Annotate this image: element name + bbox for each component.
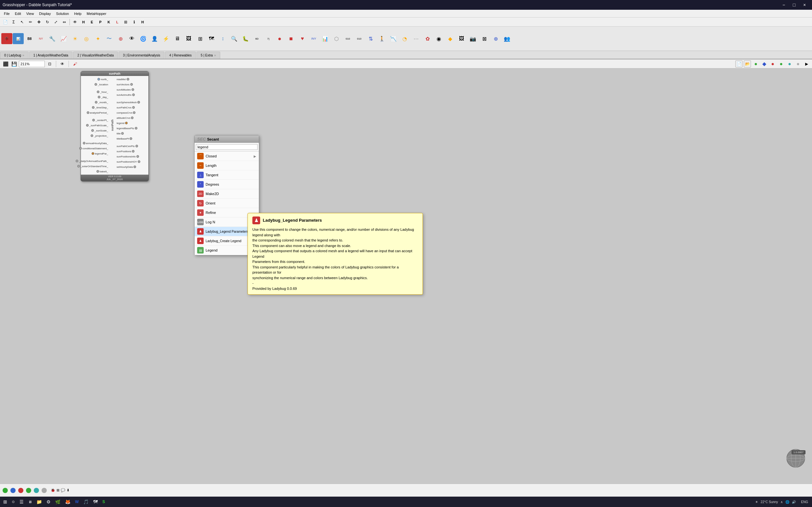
output-title[interactable]: title — [115, 131, 125, 136]
icon-dots[interactable]: ⋯ — [411, 33, 421, 44]
output-titlebasept[interactable]: titleBasePt — [115, 136, 134, 141]
icon-bug[interactable]: 🐛 — [240, 33, 251, 44]
menu-solution[interactable]: Solution — [53, 10, 71, 17]
icon-pie[interactable]: ◔ — [399, 33, 410, 44]
settings-taskbar-button[interactable]: ⚙ — [45, 497, 53, 506]
ctx-item-degrees[interactable]: ° Degrees — [195, 180, 259, 189]
input-analysisperiod[interactable]: analysisPeriod_ — [86, 110, 109, 115]
input-solarstandard[interactable]: _solarOrStandardTime_ — [76, 164, 109, 168]
more-button[interactable]: ▶ — [803, 60, 810, 67]
icon-chart[interactable]: 📈 — [58, 33, 69, 44]
tab-renewables[interactable]: 4 | Renewables — [165, 52, 196, 59]
output-legendbasepts[interactable]: legendBasePts — [115, 126, 139, 130]
new-doc-button[interactable]: 📄 — [735, 60, 743, 67]
icon-analyze[interactable]: 📊 — [13, 33, 24, 44]
output-sunaltitudes[interactable]: sunAltitudes — [115, 87, 136, 92]
l-button[interactable]: L — [113, 18, 121, 26]
save-canvas-button[interactable]: 💾 — [10, 60, 17, 67]
close-button[interactable]: × — [800, 2, 809, 8]
input-bakeit[interactable]: bakeIt_ — [95, 169, 109, 174]
gray-circle[interactable]: ● — [795, 60, 802, 67]
h2-button[interactable]: H — [139, 18, 147, 26]
input-sunscale[interactable]: _sunScale_ — [90, 128, 109, 133]
input-annualhourly[interactable]: annualHourlyData_ — [82, 141, 110, 146]
maps-taskbar-button[interactable]: 🗺 — [91, 497, 100, 506]
menu-view[interactable]: View — [24, 10, 37, 17]
scale-button[interactable]: ⤢ — [52, 18, 60, 26]
icon-star[interactable]: ✦ — [92, 33, 103, 44]
eye-toggle[interactable]: 👁 — [59, 60, 66, 67]
menu-metahopper[interactable]: MetaHopper — [84, 10, 109, 17]
icon-010[interactable]: 010 — [342, 33, 353, 44]
output-legend[interactable]: legend — [115, 121, 129, 125]
mirror-button[interactable]: ⇔ — [60, 18, 68, 26]
info-button[interactable]: ℹ — [130, 18, 138, 26]
move-button[interactable]: ✥ — [35, 18, 43, 26]
input-north[interactable]: north_ — [96, 77, 109, 81]
output-sunpositionsinfo[interactable]: sunPositionsInfo — [115, 154, 140, 159]
icon-map[interactable]: 🗺 — [206, 33, 217, 44]
output-sunpositionshoy[interactable]: sunPositionsHOY — [115, 159, 142, 164]
tab-environmental[interactable]: 3 | EnvironmentalAnalysis — [118, 52, 164, 59]
red-circle[interactable]: ● — [769, 60, 776, 67]
ctx-item-orient[interactable]: ↻ Orient — [195, 199, 259, 208]
input-dailyannual[interactable]: _dailyOrAnnualSunPath_ — [74, 159, 109, 163]
input-conditional[interactable]: conditionalStatement_ — [78, 146, 109, 151]
input-day[interactable]: _day_ — [96, 95, 109, 99]
word-taskbar-button[interactable]: W — [73, 497, 81, 506]
draw-button[interactable]: ✏ — [27, 18, 35, 26]
eye-button[interactable]: 👁 — [71, 18, 79, 26]
paint-toggle[interactable]: 🖌 — [71, 60, 79, 67]
icon-tools[interactable]: 🔧 — [47, 33, 58, 44]
sunpath-node[interactable]: sunPath north_ _location _hour_ — [81, 71, 149, 181]
maximize-button[interactable]: □ — [789, 2, 799, 8]
icon-iny[interactable]: INY — [308, 33, 319, 44]
icon-target[interactable]: ⊕ — [115, 33, 126, 44]
k-button[interactable]: K — [105, 18, 113, 26]
icon-sun[interactable]: ☀ — [69, 33, 81, 44]
icon-num7[interactable]: 7| — [263, 33, 274, 44]
icon-num6d[interactable]: 6D — [251, 33, 262, 44]
output-sunvectors[interactable]: sunVectors — [115, 82, 134, 87]
music-taskbar-button[interactable]: 🎵 — [81, 497, 91, 506]
input-projection[interactable]: _projection_ — [89, 133, 109, 138]
icon-photo2[interactable]: 🖼 — [456, 33, 467, 44]
spotify-taskbar-button[interactable]: S — [100, 497, 107, 506]
icon-red-sq[interactable]: ■ — [286, 33, 297, 44]
output-compasscrvs[interactable]: compassCrvs — [115, 110, 137, 115]
output-readme[interactable]: readMe! — [115, 77, 131, 81]
icon-person[interactable]: 👤 — [149, 33, 160, 44]
zoom-input[interactable]: 211% — [19, 61, 45, 67]
icon-spiral[interactable]: 🌀 — [138, 33, 149, 44]
icon-arrow[interactable]: ↕ — [217, 33, 229, 44]
output-sunpathcenpts[interactable]: sunPathCenPts — [115, 144, 139, 148]
icon-search2[interactable]: 🔍 — [229, 33, 240, 44]
icon-ny[interactable]: NY — [36, 33, 46, 44]
tab-ladybug[interactable]: 0 | Ladybug » — [0, 52, 29, 59]
firefox-taskbar-button[interactable]: 🦊 — [63, 497, 72, 506]
menu-file[interactable]: File — [1, 10, 12, 17]
minimize-button[interactable]: − — [779, 2, 789, 8]
p-button[interactable]: P — [96, 18, 104, 26]
icon-b8[interactable]: B8 — [24, 33, 35, 44]
tab-analyzeweather[interactable]: 1 | AnalyzeWeatherData — [29, 52, 72, 59]
icon-lightning[interactable]: ⚡ — [160, 33, 171, 44]
output-altitudecrvs[interactable]: altitudeCrvs — [115, 116, 135, 120]
ctx-item-closed[interactable]: ⌒ Closed ▶ — [195, 152, 259, 161]
sum-button[interactable]: Σ — [10, 18, 17, 26]
menu-help[interactable]: Help — [71, 10, 84, 17]
icon-wave[interactable]: 〜 — [104, 33, 115, 44]
open-doc-button[interactable]: 📂 — [744, 60, 751, 67]
tab-extra[interactable]: 5 | Extra » — [197, 52, 220, 59]
icon-diamond[interactable]: ◆ — [445, 33, 456, 44]
search-taskbar-button[interactable]: ⚙ — [10, 497, 17, 506]
taskview-button[interactable]: ☰ — [17, 497, 26, 506]
input-legendpar[interactable]: legendPar_ — [90, 151, 109, 156]
systray-arrow[interactable]: ∧ — [780, 500, 783, 504]
input-sunpathscale[interactable]: _sunPathScale_ — [85, 123, 109, 127]
output-sunpositions[interactable]: sunPositions — [115, 149, 136, 154]
new-button[interactable]: 📄 — [1, 18, 9, 26]
icon-circle[interactable]: ◎ — [81, 33, 92, 44]
input-timestep[interactable]: _timeStep_ — [91, 105, 109, 110]
menu-display[interactable]: Display — [36, 10, 53, 17]
